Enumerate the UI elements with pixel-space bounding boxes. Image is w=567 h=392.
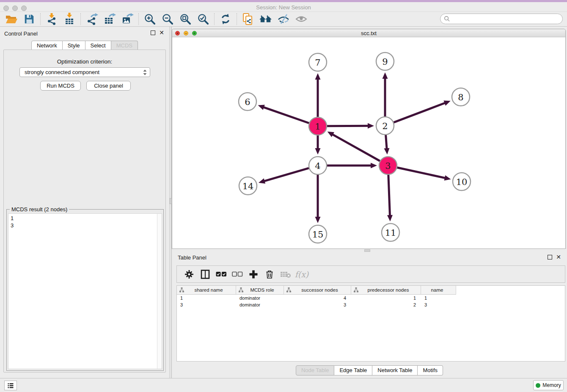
- column-header-successor-nodes[interactable]: successor nodes: [284, 286, 351, 295]
- graph-node-label-9: 9: [382, 57, 388, 67]
- save-session-icon[interactable]: [20, 12, 38, 26]
- horizontal-splitter[interactable]: [172, 249, 567, 252]
- status-bar: Memory: [0, 378, 567, 392]
- graph-node-label-6: 6: [245, 97, 250, 107]
- column-pane-icon[interactable]: [197, 268, 213, 281]
- graph-edge-arrowhead: [383, 72, 388, 79]
- column-header-predecessor-nodes[interactable]: predecessor nodes: [351, 286, 421, 295]
- window-title: Session: New Session: [0, 4, 567, 11]
- hide-selected-icon[interactable]: [275, 12, 292, 26]
- graph-edge-arrowhead: [315, 148, 321, 155]
- float-panel-icon[interactable]: [548, 255, 552, 259]
- graph-edge-3-11[interactable]: [388, 175, 390, 216]
- export-table-icon[interactable]: [101, 12, 118, 26]
- tab-node-table[interactable]: Node Table: [296, 365, 335, 375]
- select-all-columns-icon[interactable]: [213, 268, 229, 281]
- tab-network-table[interactable]: Network Table: [372, 365, 418, 375]
- control-panel-title: Control Panel: [4, 30, 38, 37]
- table-cell[interactable]: 3: [177, 301, 236, 308]
- graph-edge-1-2[interactable]: [327, 126, 369, 126]
- table-cell[interactable]: 1: [177, 295, 236, 301]
- float-panel-icon[interactable]: [151, 30, 155, 35]
- search-box[interactable]: [440, 14, 563, 24]
- criterion-dropdown[interactable]: strongly connected component: [19, 67, 150, 77]
- close-panel-button[interactable]: Close panel: [86, 81, 131, 91]
- export-image-icon[interactable]: [118, 12, 136, 26]
- function-builder-icon[interactable]: f(x): [294, 268, 310, 281]
- task-history-button[interactable]: [4, 381, 17, 390]
- graph-edge-3-10[interactable]: [397, 168, 446, 178]
- graph-edge-1-6[interactable]: [263, 107, 309, 123]
- add-column-icon[interactable]: [245, 268, 261, 281]
- table-settings-gear-icon[interactable]: [181, 268, 197, 281]
- network-window-titlebar[interactable]: × − + scc.txt: [172, 29, 565, 37]
- network-canvas[interactable]: 7968124314101511: [172, 37, 565, 249]
- search-input[interactable]: [450, 15, 562, 23]
- run-mcds-button[interactable]: Run MCDS: [40, 81, 81, 91]
- zoom-selected-icon[interactable]: [194, 12, 212, 26]
- import-network-icon[interactable]: [43, 12, 61, 26]
- graph-edge-2-8[interactable]: [394, 102, 446, 122]
- import-table-icon[interactable]: [61, 12, 78, 26]
- node-table[interactable]: shared nameMCDS rolesuccessor nodesprede…: [176, 285, 565, 362]
- refresh-icon[interactable]: [217, 12, 234, 26]
- graph-node-label-8: 8: [458, 92, 463, 102]
- table-panel-title: Table Panel: [178, 254, 206, 261]
- main-toolbar: [0, 12, 567, 27]
- splitter-handle[interactable]: [364, 249, 370, 252]
- table-cell[interactable]: dominator: [236, 295, 284, 301]
- graph-edge-arrowhead: [443, 100, 450, 105]
- open-file-icon[interactable]: [3, 12, 20, 26]
- table-cell[interactable]: 4: [284, 295, 351, 301]
- column-header-name[interactable]: name: [421, 286, 456, 295]
- unselect-all-columns-icon[interactable]: [229, 268, 245, 281]
- tab-edge-table[interactable]: Edge Table: [334, 365, 372, 375]
- graph-edge-arrowhead: [387, 215, 393, 221]
- toolbar-separator: [80, 13, 81, 25]
- tab-motifs[interactable]: Motifs: [418, 365, 443, 375]
- result-scrollbar[interactable]: [157, 214, 162, 369]
- table-cell[interactable]: 1: [351, 295, 421, 301]
- search-icon: [444, 16, 450, 22]
- memory-button[interactable]: Memory: [533, 380, 564, 390]
- table-cell[interactable]: 3: [421, 301, 456, 308]
- graph-edge-arrowhead: [444, 175, 451, 181]
- graph-edge-2-3[interactable]: [386, 135, 387, 149]
- first-neighbors-icon[interactable]: [257, 12, 275, 26]
- show-all-icon[interactable]: [292, 12, 310, 26]
- toolbar-separator: [214, 13, 215, 25]
- mcds-result-textarea[interactable]: 13: [8, 213, 162, 369]
- export-network-icon[interactable]: [83, 12, 101, 26]
- graph-edge-4-14[interactable]: [263, 168, 308, 181]
- graph-node-label-15: 15: [312, 229, 324, 240]
- table-panel: Table Panel ✕: [172, 252, 567, 378]
- delete-table-icon[interactable]: [278, 268, 294, 281]
- close-panel-icon[interactable]: ✕: [556, 255, 561, 259]
- zoom-in-icon[interactable]: [141, 12, 159, 26]
- table-cell[interactable]: 1: [421, 295, 456, 301]
- column-header-shared-name[interactable]: shared name: [177, 286, 236, 295]
- toolbar-separator: [40, 13, 41, 25]
- close-panel-icon[interactable]: ✕: [159, 30, 164, 35]
- mcds-panel: Optimization criterion: strongly connect…: [3, 50, 166, 373]
- table-row[interactable]: 3dominator323: [177, 301, 565, 308]
- graph-node-label-7: 7: [315, 58, 320, 68]
- delete-column-icon[interactable]: [261, 268, 278, 281]
- zoom-out-icon[interactable]: [159, 12, 176, 26]
- column-header-MCDS-role[interactable]: MCDS role: [236, 286, 284, 295]
- duplicate-network-icon[interactable]: [239, 12, 257, 26]
- zoom-fit-icon[interactable]: [176, 12, 194, 26]
- table-row[interactable]: 1dominator411: [177, 295, 565, 301]
- memory-status-icon: [536, 383, 540, 388]
- graph-node-label-14: 14: [242, 181, 254, 191]
- graph-edge-3-1[interactable]: [332, 134, 380, 161]
- memory-label: Memory: [542, 382, 561, 388]
- list-icon: [7, 382, 14, 389]
- table-cell[interactable]: 3: [284, 301, 351, 308]
- graph-edge-arrowhead: [315, 73, 321, 80]
- graph-node-label-4: 4: [315, 161, 320, 171]
- table-cell[interactable]: 2: [351, 301, 421, 308]
- graph-edge-arrowhead: [384, 148, 389, 155]
- graph-edge-arrowhead: [368, 123, 374, 129]
- table-cell[interactable]: dominator: [236, 301, 284, 308]
